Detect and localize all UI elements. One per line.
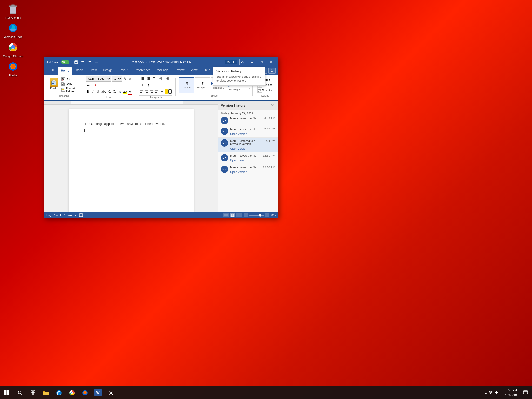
taskbar-firefox[interactable] bbox=[78, 386, 91, 399]
recycle-bin-icon[interactable]: Recycle Bin bbox=[3, 3, 23, 19]
svg-rect-53 bbox=[154, 78, 155, 79]
autosave-toggle[interactable]: ON bbox=[61, 60, 69, 64]
taskbar-word[interactable]: W bbox=[91, 386, 104, 399]
version-entry-3[interactable]: MH Mau H restored to a previous version … bbox=[218, 138, 278, 152]
copy-button[interactable]: Copy bbox=[61, 82, 78, 86]
font-size-select[interactable]: 11 bbox=[112, 76, 122, 82]
font-color-btn2[interactable]: A bbox=[128, 89, 132, 95]
zoom-slider[interactable] bbox=[249, 215, 264, 216]
tab-file[interactable]: File bbox=[46, 67, 58, 75]
clear-format-btn[interactable]: Aa bbox=[86, 82, 91, 88]
cut-button[interactable]: Cut bbox=[61, 77, 78, 81]
multilevel-list-btn[interactable] bbox=[152, 76, 158, 81]
chrome-icon-desktop[interactable]: Google Chrome bbox=[3, 41, 23, 58]
close-button[interactable]: ✕ bbox=[266, 57, 276, 67]
align-center-btn[interactable] bbox=[145, 89, 149, 94]
numbering-btn[interactable]: 1. 2. 3. bbox=[146, 76, 151, 81]
select-button[interactable]: Select ▾ bbox=[256, 88, 274, 92]
format-painter-icon bbox=[61, 88, 65, 92]
taskbar-search-btn[interactable] bbox=[14, 386, 26, 399]
ribbon-collapse-btn[interactable] bbox=[239, 59, 245, 65]
font-name-select[interactable]: Calibri (Body) bbox=[86, 76, 111, 82]
print-layout-btn[interactable] bbox=[230, 213, 235, 217]
taskbar-clock[interactable]: 5:03 PM 1/22/2019 bbox=[501, 388, 520, 397]
version-link-4[interactable]: Open version bbox=[230, 159, 247, 162]
paste-button[interactable]: Paste bbox=[48, 77, 59, 91]
bullets-btn[interactable] bbox=[139, 76, 145, 81]
version-history-minimize-btn[interactable]: − bbox=[264, 103, 269, 108]
show-formatting-btn[interactable]: ¶ bbox=[146, 82, 151, 88]
edge-icon-desktop[interactable]: Microsoft Edge bbox=[3, 22, 23, 38]
subscript-btn[interactable]: X2 bbox=[107, 89, 112, 95]
border-btn[interactable] bbox=[168, 89, 172, 94]
decrease-indent-btn[interactable] bbox=[158, 76, 164, 81]
sort-btn[interactable]: ↕ bbox=[139, 82, 145, 88]
notification-center-btn[interactable] bbox=[522, 386, 529, 399]
taskbar-taskview-btn[interactable] bbox=[26, 386, 39, 399]
tab-view[interactable]: View bbox=[188, 67, 201, 75]
start-button[interactable] bbox=[0, 386, 14, 399]
tab-draw[interactable]: Draw bbox=[86, 67, 100, 75]
web-layout-btn[interactable] bbox=[236, 213, 242, 217]
increase-font-btn[interactable]: A bbox=[123, 76, 127, 82]
justify-btn[interactable] bbox=[155, 89, 159, 94]
decrease-font-btn[interactable]: A bbox=[128, 76, 132, 82]
save-icon[interactable] bbox=[74, 59, 79, 65]
taskbar-edge[interactable] bbox=[52, 386, 65, 399]
font-color-btn[interactable]: A bbox=[92, 82, 98, 88]
firefox-icon-desktop[interactable]: Firefox bbox=[3, 60, 23, 77]
increase-indent-btn[interactable] bbox=[164, 76, 170, 81]
underline-button[interactable]: U bbox=[96, 89, 100, 95]
doc-page[interactable]: The Settings app offers two ways to add … bbox=[69, 109, 194, 212]
status-left: Page 1 of 1 10 words bbox=[46, 213, 83, 217]
align-right-btn[interactable] bbox=[150, 89, 154, 94]
maximize-button[interactable]: □ bbox=[257, 57, 266, 67]
version-link-3[interactable]: Open version bbox=[230, 147, 247, 150]
zoom-in-btn[interactable]: + bbox=[265, 213, 269, 217]
version-link-2[interactable]: Open version bbox=[230, 132, 247, 135]
font-row2: B I U abc X2 X2 A ab A bbox=[86, 89, 132, 95]
highlight-btn[interactable]: ab bbox=[123, 89, 127, 95]
read-mode-btn[interactable] bbox=[223, 213, 229, 217]
taskbar-settings[interactable] bbox=[104, 386, 117, 399]
taskbar-file-explorer[interactable] bbox=[39, 386, 52, 399]
volume-icon[interactable] bbox=[494, 390, 498, 395]
version-history-close-btn[interactable]: ✕ bbox=[270, 103, 275, 108]
undo-icon[interactable] bbox=[80, 59, 85, 65]
minimize-button[interactable]: – bbox=[248, 57, 257, 67]
version-link-5[interactable]: Open version bbox=[230, 170, 247, 174]
show-hidden-icons-btn[interactable]: ∧ bbox=[485, 391, 487, 395]
style-no-spacing[interactable]: ¶ No Spac... bbox=[195, 77, 210, 93]
line-spacing-btn[interactable]: ≡ bbox=[159, 89, 164, 94]
tab-mailings[interactable]: Mailings bbox=[154, 67, 171, 75]
tab-layout[interactable]: Layout bbox=[116, 67, 131, 75]
italic-button[interactable]: I bbox=[91, 89, 95, 95]
doc-text[interactable]: The Settings app offers two ways to add … bbox=[84, 121, 178, 127]
shading-btn[interactable] bbox=[165, 89, 168, 94]
version-entry-1[interactable]: MH Mau H saved the file 4:42 PM bbox=[218, 115, 278, 126]
version-entry-5[interactable]: MH Mau H saved the file Open version 12:… bbox=[218, 164, 278, 176]
svg-rect-70 bbox=[146, 92, 148, 93]
text-effects-btn[interactable]: A bbox=[117, 89, 122, 95]
align-left-btn[interactable] bbox=[139, 89, 144, 94]
tab-references[interactable]: References bbox=[131, 67, 154, 75]
bold-button[interactable]: B bbox=[86, 89, 90, 95]
superscript-btn[interactable]: X2 bbox=[112, 89, 117, 95]
taskbar-chrome[interactable] bbox=[65, 386, 78, 399]
strikethrough-btn[interactable]: abc bbox=[101, 89, 107, 95]
tab-review[interactable]: Review bbox=[171, 67, 188, 75]
doc-content[interactable]: The Settings app offers two ways to add … bbox=[44, 105, 218, 212]
format-painter-button[interactable]: Format Painter bbox=[61, 87, 78, 93]
version-history-ribbon-button[interactable] bbox=[268, 68, 276, 74]
version-entry-2[interactable]: MH Mau H saved the file Open version 2:1… bbox=[218, 126, 278, 138]
version-entry-4[interactable]: MH Mau H saved the file Open version 12:… bbox=[218, 152, 278, 164]
tab-home[interactable]: Home bbox=[58, 67, 72, 75]
network-icon[interactable] bbox=[489, 390, 493, 395]
zoom-out-btn[interactable]: − bbox=[244, 213, 248, 217]
tab-insert[interactable]: Insert bbox=[72, 67, 86, 75]
tab-design[interactable]: Design bbox=[100, 67, 116, 75]
redo-icon[interactable] bbox=[87, 59, 92, 65]
more-icon[interactable] bbox=[94, 59, 99, 65]
style-normal[interactable]: ¶ 1 Normal bbox=[179, 77, 194, 93]
tab-help[interactable]: Help bbox=[201, 67, 213, 75]
